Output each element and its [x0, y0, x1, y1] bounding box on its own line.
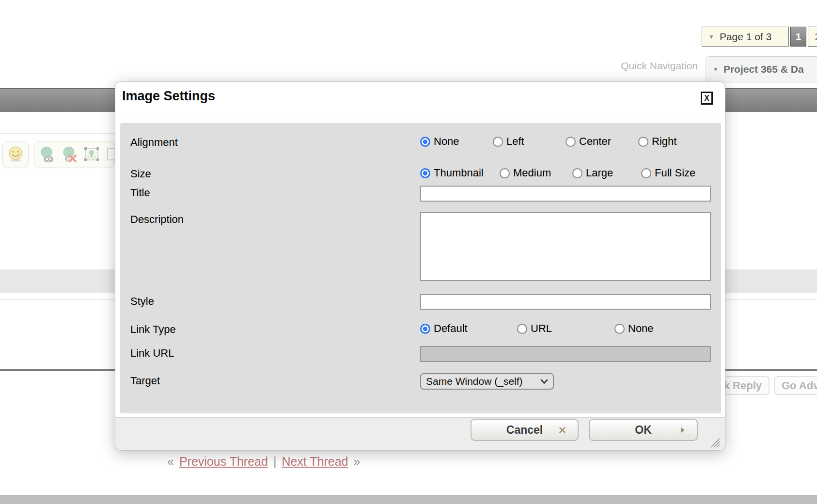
radio-label: Left	[506, 135, 524, 148]
radio-label: Medium	[513, 167, 551, 179]
image-settings-dialog: Image Settings X Alignment None Left Cen…	[115, 81, 725, 451]
smiley-button-group	[2, 141, 29, 167]
radio-selected-icon	[420, 168, 430, 178]
page: ▼ Page 1 of 3 1 2 Quick Navigation ▼ Pro…	[0, 0, 817, 504]
radio-label: Right	[652, 135, 676, 148]
quick-navigation-label: Quick Navigation	[562, 60, 698, 72]
next-thread-link[interactable]: Next Thread	[282, 455, 348, 469]
size-label: Size	[130, 168, 151, 180]
alignment-radio-none[interactable]: None	[420, 135, 459, 148]
right-guillemet: »	[354, 455, 361, 469]
triangle-right-icon	[680, 426, 685, 434]
size-radio-thumbnail[interactable]: Thumbnail	[420, 167, 484, 179]
radio-label: None	[434, 135, 459, 148]
target-select-value: Same Window (_self)	[426, 376, 523, 387]
dialog-header-divider	[120, 119, 720, 119]
radio-icon	[638, 137, 648, 147]
dialog-body: Alignment None Left Center Right Size	[120, 123, 721, 413]
description-label: Description	[130, 213, 184, 226]
radio-label: Full Size	[655, 167, 695, 179]
remove-link-icon[interactable]	[61, 145, 78, 163]
title-input[interactable]	[420, 186, 711, 202]
link-type-radio-default[interactable]: Default	[420, 322, 468, 335]
style-input[interactable]	[420, 294, 711, 310]
link-type-radio-url[interactable]: URL	[517, 322, 552, 335]
previous-thread-link[interactable]: Previous Thread	[179, 455, 268, 469]
radio-label: URL	[531, 322, 552, 335]
description-textarea[interactable]	[420, 212, 711, 281]
radio-icon	[614, 324, 625, 334]
title-label: Title	[130, 187, 150, 199]
alignment-radio-left[interactable]: Left	[493, 135, 524, 148]
cancel-button-label: Cancel	[506, 424, 543, 437]
go-advanced-button[interactable]: Go Adva	[774, 376, 817, 395]
target-select[interactable]: Same Window (_self)	[420, 373, 554, 390]
chevron-down-icon: ▼	[713, 66, 719, 72]
page-footer-bar	[0, 495, 817, 504]
chevron-down-icon: ▼	[708, 34, 714, 40]
thread-navigation: « Previous Thread | Next Thread »	[167, 455, 360, 469]
dialog-title: Image Settings	[122, 89, 215, 104]
link-type-label: Link Type	[130, 323, 176, 336]
video-icon[interactable]	[105, 145, 115, 163]
radio-icon	[641, 168, 651, 178]
alignment-label: Alignment	[130, 136, 178, 149]
radio-label: Default	[434, 322, 468, 335]
alignment-radio-right[interactable]: Right	[638, 135, 676, 148]
page-selector-button[interactable]: ▼ Page 1 of 3	[702, 27, 789, 47]
smiley-icon[interactable]	[7, 145, 24, 163]
radio-selected-icon	[420, 324, 430, 334]
close-icon[interactable]: X	[701, 92, 713, 105]
chevron-down-icon	[540, 379, 548, 384]
radio-icon	[517, 324, 527, 334]
radio-label: Thumbnail	[434, 167, 484, 179]
link-url-input	[420, 346, 711, 362]
radio-label: None	[628, 322, 654, 335]
resize-grip-icon[interactable]	[709, 437, 721, 448]
ok-button-label: OK	[635, 424, 652, 437]
editor-toolbar-divider	[0, 133, 115, 134]
page-number-2[interactable]: 2	[808, 27, 817, 47]
insert-image-icon[interactable]	[83, 145, 100, 163]
alignment-radio-center[interactable]: Center	[566, 135, 611, 148]
size-radio-full-size[interactable]: Full Size	[641, 167, 695, 179]
radio-label: Large	[586, 167, 613, 179]
thread-nav-separator: |	[273, 455, 277, 469]
size-radio-medium[interactable]: Medium	[500, 167, 551, 179]
quick-navigation-selected: Project 365 & Da	[723, 63, 804, 75]
page-selector-label: Page 1 of 3	[720, 31, 771, 43]
page-number-current[interactable]: 1	[790, 27, 806, 47]
radio-icon	[572, 168, 582, 178]
radio-icon	[566, 137, 576, 147]
radio-label: Center	[579, 135, 611, 148]
radio-selected-icon	[420, 137, 430, 147]
link-type-radio-none[interactable]: None	[614, 322, 654, 335]
style-label: Style	[130, 295, 154, 308]
x-icon	[559, 426, 566, 434]
link-image-button-group	[34, 141, 115, 167]
cancel-button[interactable]: Cancel	[471, 419, 579, 441]
size-radio-large[interactable]: Large	[572, 167, 613, 179]
link-url-label: Link URL	[130, 347, 174, 360]
left-guillemet: «	[167, 455, 174, 469]
insert-link-icon[interactable]	[38, 145, 56, 163]
ok-button[interactable]: OK	[589, 419, 698, 441]
radio-icon	[493, 137, 503, 147]
quick-navigation-dropdown[interactable]: ▼ Project 365 & Da	[706, 56, 817, 82]
target-label: Target	[130, 375, 160, 387]
radio-icon	[500, 168, 510, 178]
